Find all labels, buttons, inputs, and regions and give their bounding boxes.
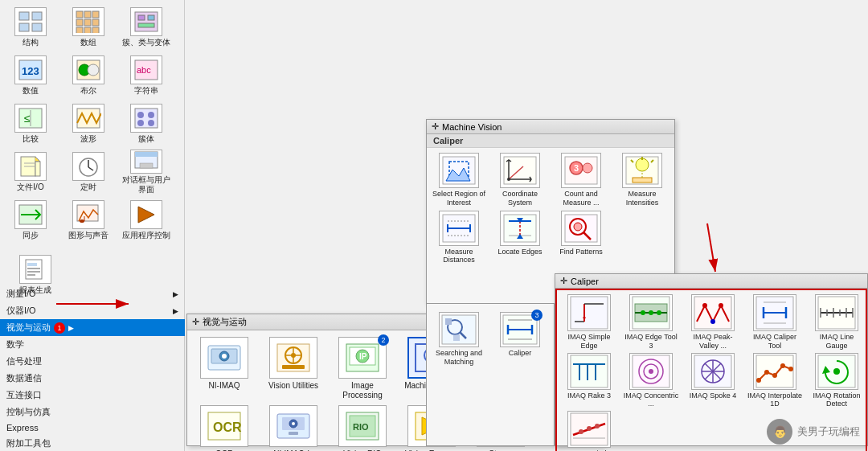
cluster-label: 簇、类与变体 [122, 38, 170, 47]
cal-spoke4[interactable]: IMAQ Spoke 4 [685, 353, 741, 409]
menu-addons[interactable]: 附加工具包 [0, 435, 185, 451]
cal-interpolate1d[interactable]: IMAQ Interpolate 1D [747, 353, 803, 409]
vision-image-processing[interactable]: IP 2 Image Processing [330, 337, 395, 400]
icon-numeric[interactable]: 123 数值 [5, 53, 56, 98]
icon-cluster[interactable]: 簇、类与变体 [121, 5, 172, 50]
vision-rio[interactable]: RIO Vision RIO [330, 405, 395, 451]
vision-ni-imaq[interactable]: NI-IMAQ [192, 337, 256, 400]
image-processing-label: Image Processing [330, 381, 395, 400]
vision-ocr[interactable]: OCR OCR [192, 405, 256, 451]
cluster-icon [130, 7, 162, 36]
svg-point-30 [148, 112, 154, 118]
svg-rect-4 [76, 11, 83, 18]
badge-1: 1 [54, 322, 65, 334]
cal-caliper-tool[interactable]: IMAQ Caliper Tool [747, 294, 803, 351]
menu-instrument-io[interactable]: 仪器I/O ▶ [0, 302, 185, 319]
mv-coordinate[interactable]: Coordinate System [493, 153, 547, 207]
svg-point-197 [772, 373, 777, 378]
svg-line-210 [707, 223, 715, 272]
icon-graph-sound[interactable]: 图形与声音 [63, 198, 114, 243]
vision-utilities[interactable]: Vision Utilities [261, 337, 326, 400]
sm-searching[interactable]: Searching and Matching [432, 309, 486, 370]
waveform-label: 波形 [80, 134, 96, 144]
icon-group[interactable]: 簇体 [121, 101, 172, 146]
menu-interconnect[interactable]: 互连接口 [0, 387, 185, 404]
cal-concentric[interactable]: IMAQ Concentric ... [623, 353, 679, 409]
cal-rake3[interactable]: IMAQ Rake 3 [561, 353, 617, 409]
simple-edge-label: IMAQ Simple Edge [561, 333, 617, 351]
icon-string[interactable]: abc 字符串 [121, 53, 172, 98]
icon-compare[interactable]: ≤ 比较 [5, 101, 56, 146]
svg-rect-2 [19, 23, 29, 31]
menu-measure-io[interactable]: 测量I/O ▶ [0, 285, 185, 302]
sync-label: 同步 [23, 231, 39, 240]
menu-control-sim[interactable]: 控制与仿真 [0, 404, 185, 420]
menu-math[interactable]: 数学 [0, 336, 185, 353]
arrow-icon: ▶ [173, 307, 178, 315]
svg-point-198 [780, 363, 785, 368]
sm-grid: Searching and Matching 3 Caliper [427, 304, 554, 375]
svg-point-46 [80, 219, 84, 223]
mv-measure-intensities[interactable]: Measure Intensities [615, 153, 669, 207]
svg-point-162 [702, 303, 707, 308]
caliper-tool-icon [753, 294, 796, 331]
svg-point-115 [583, 163, 592, 173]
svg-rect-7 [76, 19, 83, 26]
find-straight-edge-icon [567, 411, 611, 448]
menu-signal-processing[interactable]: 信号处理 [0, 353, 185, 370]
icon-array[interactable]: 数组 [63, 5, 114, 50]
svg-rect-194 [756, 355, 793, 387]
svg-rect-87 [289, 432, 298, 435]
icon-structure[interactable]: 结构 [5, 5, 56, 50]
menu-data-comm[interactable]: 数据通信 [0, 370, 185, 387]
cal-simple-edge[interactable]: IMAQ Simple Edge [561, 294, 617, 351]
icon-fileio[interactable]: 文件I/O [5, 150, 56, 195]
mv-title-icon: ✛ [432, 121, 439, 132]
mv-select-region[interactable]: Select Region of Interest [432, 153, 486, 207]
svg-rect-8 [84, 19, 91, 26]
icon-dialog[interactable]: 对话框与用户界面 [121, 150, 172, 195]
icon-app-control[interactable]: 应用程序控制 [121, 198, 172, 243]
mv-find-patterns[interactable]: Find Patterns [554, 211, 608, 265]
svg-rect-10 [76, 27, 83, 33]
cal-line-gauge[interactable]: IMAQ Line Gauge [809, 294, 865, 351]
rake3-label: IMAQ Rake 3 [567, 392, 611, 400]
simple-edge-icon [567, 294, 611, 331]
svg-text:RIO: RIO [353, 422, 369, 432]
menu-express[interactable]: Express [0, 420, 185, 435]
menu-vision-motion[interactable]: 视觉与运动 1 ▶ [0, 319, 185, 336]
mv-count-measure[interactable]: 3 Count and Measure ... [554, 153, 608, 207]
svg-rect-0 [19, 12, 29, 20]
coordinate-label: Coordinate System [493, 190, 547, 207]
cal-peak-valley[interactable]: IMAQ Peak-Valley ... [685, 294, 741, 351]
svg-text:≤: ≤ [24, 112, 31, 125]
vision-ni-imaqdx[interactable]: NI-IMAQdx [261, 405, 326, 451]
icon-bool[interactable]: 布尔 [63, 53, 114, 98]
mv-measure-distances[interactable]: Measure Distances [432, 211, 486, 265]
cal-find-straight-edge[interactable]: IMAQ Find Straight Edg... [561, 411, 617, 451]
icon-waveform[interactable]: 波形 [63, 101, 114, 146]
mv-section-caliper: Caliper [427, 134, 674, 148]
svg-rect-5 [84, 11, 91, 18]
arrow-icon: ▶ [173, 290, 178, 298]
array-icon [72, 7, 104, 36]
caliper-item-icon: 3 [500, 312, 540, 347]
select-region-label: Select Region of Interest [432, 190, 486, 207]
searching-label: Searching and Matching [435, 349, 483, 367]
svg-rect-143 [445, 318, 452, 325]
svg-rect-53 [27, 274, 35, 276]
svg-marker-48 [138, 207, 154, 223]
bool-label: 布尔 [80, 86, 96, 96]
cal-edge-tool3[interactable]: IMAQ Edge Tool 3 [623, 294, 679, 351]
spoke4-label: IMAQ Spoke 4 [690, 392, 737, 400]
waveform-icon [72, 104, 104, 133]
left-panel: 结构 数组 [0, 0, 185, 451]
svg-rect-50 [27, 263, 37, 266]
icon-timing[interactable]: 定时 [63, 150, 114, 195]
icon-sync[interactable]: 同步 [5, 198, 56, 243]
cal-rotation-detect[interactable]: IMAQ Rotation Detect [809, 353, 865, 409]
svg-point-164 [710, 319, 715, 324]
mv-locate-edges[interactable]: Locate Edges [493, 211, 547, 265]
caliper-title: Caliper [571, 277, 599, 286]
sm-caliper[interactable]: 3 Caliper [493, 309, 547, 370]
